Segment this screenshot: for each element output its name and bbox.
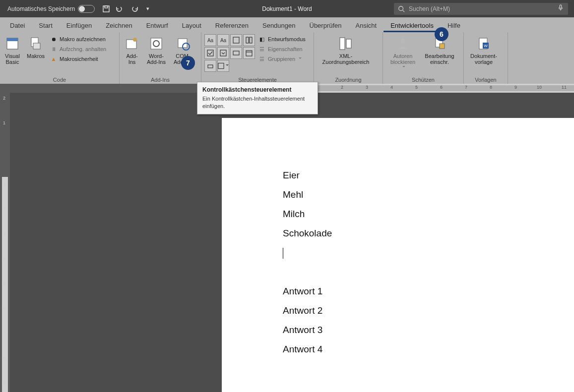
mic-icon[interactable] (557, 4, 564, 13)
text-line: Milch (283, 204, 332, 224)
svg-rect-6 (7, 38, 18, 41)
ribbon: Visual Basic Makros ⏺Makro aufzeichnen ⏸… (0, 32, 574, 85)
checkbox-control-button[interactable] (204, 47, 216, 59)
page[interactable]: Eier Mehl Milch Schokolade Antwort 1 Ant… (222, 118, 574, 392)
addins-button[interactable]: Add- Ins (122, 33, 142, 65)
svg-rect-23 (208, 65, 213, 68)
warning-icon: ▲ (50, 55, 58, 63)
group-mapping: Zuordnung (316, 76, 381, 84)
svg-point-27 (400, 39, 405, 44)
date-control-button[interactable] (243, 47, 255, 59)
group-protect: Schützen (385, 76, 461, 84)
tab-entwurf[interactable]: Entwurf (139, 19, 175, 32)
svg-point-10 (133, 38, 137, 42)
tooltip-title: Kontrollkästchensteuerelement (202, 86, 313, 93)
props-icon: ☰ (258, 45, 266, 53)
richtext-control-button[interactable]: Aa (204, 34, 216, 46)
makros-button[interactable]: Makros (24, 33, 48, 59)
svg-rect-24 (218, 63, 224, 68)
picture-control-button[interactable] (230, 34, 242, 46)
makros-icon (27, 35, 44, 52)
search-icon (398, 5, 405, 12)
ribbon-tabs: Datei Start Einfügen Zeichnen Entwurf La… (0, 17, 574, 32)
svg-rect-0 (103, 6, 109, 12)
legacy-tools-button[interactable] (217, 60, 229, 72)
tab-entwicklertools[interactable]: Entwicklertools (383, 19, 441, 32)
search-placeholder: Suchen (Alt+M) (409, 5, 450, 12)
pause-icon: ⏸ (50, 45, 58, 53)
svg-rect-8 (33, 43, 40, 49)
autosave-toggle[interactable]: Automatisches Speichern (7, 5, 95, 13)
tab-einfuegen[interactable]: Einfügen (60, 19, 99, 32)
combobox-control-button[interactable] (217, 47, 229, 59)
com-addins-icon (175, 35, 191, 52)
document-template-button[interactable]: W Dokument- vorlage (466, 33, 502, 65)
svg-rect-15 (233, 37, 239, 43)
annotation-badge-7: 7 (181, 56, 195, 70)
tooltip-body: Ein Kontrollkästchen-Inhaltssteuerelemen… (202, 95, 313, 110)
block-authors-button[interactable]: Autoren blockieren (385, 33, 421, 69)
repeating-control-button[interactable] (204, 60, 216, 72)
svg-text:W: W (484, 44, 488, 48)
text-line: Schokolade (283, 224, 332, 243)
vertical-ruler[interactable]: 2 1 1 2 3 4 5 6 7 8 9 (0, 84, 10, 392)
user-icon (394, 35, 411, 52)
svg-rect-11 (151, 38, 162, 49)
buildingblock-control-button[interactable] (243, 34, 255, 46)
svg-rect-29 (440, 44, 445, 49)
redo-button[interactable] (128, 2, 141, 15)
dropdown-control-button[interactable] (230, 47, 242, 59)
text-line (283, 262, 332, 281)
addins-icon (124, 35, 140, 52)
tab-ueberpruefen[interactable]: Überprüfen (303, 19, 349, 32)
undo-button[interactable] (113, 2, 126, 15)
svg-rect-4 (560, 5, 562, 8)
search-box[interactable]: Suchen (Alt+M) (394, 3, 568, 15)
group-button[interactable]: ☰Gruppieren (258, 55, 311, 63)
text-line: Antwort 1 (283, 281, 332, 301)
tab-start[interactable]: Start (32, 19, 59, 32)
svg-rect-20 (233, 51, 239, 55)
tab-zeichnen[interactable]: Zeichnen (99, 19, 139, 32)
svg-rect-25 (340, 38, 345, 50)
svg-rect-16 (246, 37, 249, 43)
qat-customize[interactable]: ▾ (141, 2, 154, 15)
group-icon: ☰ (258, 55, 266, 63)
document-area: Eier Mehl Milch Schokolade Antwort 1 Ant… (10, 93, 574, 392)
record-macro-button[interactable]: ⏺Makro aufzeichnen (50, 35, 114, 43)
text-line (283, 243, 332, 262)
svg-rect-21 (246, 51, 252, 56)
visual-basic-button[interactable]: Visual Basic (2, 33, 23, 65)
autosave-label: Automatisches Speichern (7, 5, 75, 12)
annotation-badge-6: 6 (435, 27, 448, 41)
text-line: Eier (283, 166, 332, 185)
tab-datei[interactable]: Datei (3, 19, 32, 32)
undo-icon (115, 5, 123, 13)
tab-sendungen[interactable]: Sendungen (255, 19, 303, 32)
tab-ansicht[interactable]: Ansicht (349, 19, 384, 32)
save-button[interactable] (100, 2, 113, 15)
group-addins: Add-Ins (122, 76, 199, 84)
design-mode-button[interactable]: ◧Entwurfsmodus (258, 35, 311, 43)
pause-record-button[interactable]: ⏸Aufzchng. anhalten (50, 45, 114, 53)
plaintext-control-button[interactable]: Aa (217, 34, 229, 46)
tab-referenzen[interactable]: Referenzen (208, 19, 255, 32)
macro-security-button[interactable]: ▲Makrosicherheit (50, 55, 114, 63)
tab-layout[interactable]: Layout (175, 19, 208, 32)
word-addins-button[interactable]: Word- Add-Ins (143, 33, 169, 65)
text-line: Antwort 4 (283, 339, 332, 359)
properties-button[interactable]: ☰Eigenschaften (258, 45, 311, 53)
toggle-icon (78, 5, 95, 13)
text-line: Antwort 3 (283, 320, 332, 339)
save-icon (102, 5, 110, 13)
xml-mapping-button[interactable]: XML- Zuordnungsbereich (316, 33, 376, 65)
group-templates: Vorlagen (466, 76, 506, 84)
titlebar: Automatisches Speichern ▾ Dokument1 - Wo… (0, 0, 574, 17)
svg-rect-19 (220, 50, 226, 56)
text-line: Mehl (283, 185, 332, 204)
svg-rect-18 (207, 50, 213, 56)
design-icon: ◧ (258, 35, 266, 43)
document-body[interactable]: Eier Mehl Milch Schokolade Antwort 1 Ant… (283, 166, 332, 359)
svg-point-2 (399, 6, 403, 10)
redo-icon (131, 5, 139, 13)
